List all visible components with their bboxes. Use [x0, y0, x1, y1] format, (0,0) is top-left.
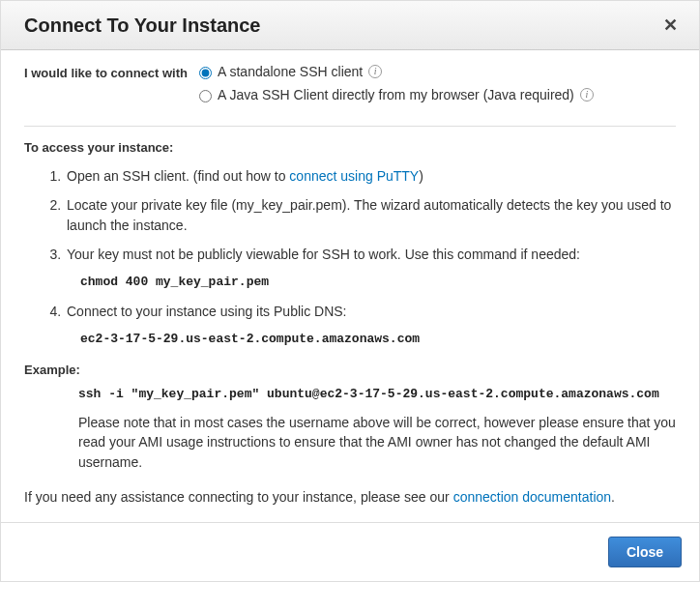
example-note: Please note that in most cases the usern… — [78, 413, 676, 472]
assistance-text-a: If you need any assistance connecting to… — [24, 489, 453, 505]
step-2: Locate your private key file (my_key_pai… — [65, 195, 676, 235]
step-3: Your key must not be publicly viewable f… — [65, 245, 676, 292]
assistance-text: If you need any assistance connecting to… — [24, 487, 676, 507]
step-1-text-a: Open an SSH client. (find out how to — [67, 168, 289, 184]
connect-dialog: Connect To Your Instance ✕ I would like … — [0, 0, 700, 582]
radio-java-ssh[interactable]: A Java SSH Client directly from my brows… — [194, 87, 676, 102]
radio-standalone-ssh-input[interactable] — [199, 67, 212, 79]
step-4-text: Connect to your instance using its Publi… — [67, 304, 346, 319]
chmod-code: chmod 400 my_key_pair.pem — [80, 274, 676, 292]
info-icon[interactable]: i — [368, 65, 382, 78]
connect-method-row: I would like to connect with A standalon… — [24, 64, 676, 122]
radio-standalone-ssh[interactable]: A standalone SSH client i — [194, 64, 676, 79]
example-heading: Example: — [24, 363, 676, 377]
close-icon[interactable]: ✕ — [659, 11, 682, 40]
assistance-text-b: . — [611, 489, 615, 505]
connect-method-options: A standalone SSH client i A Java SSH Cli… — [194, 64, 676, 110]
steps-list: Open an SSH client. (find out how to con… — [24, 166, 676, 349]
step-3-text: Your key must not be publicly viewable f… — [67, 247, 580, 262]
connect-method-label: I would like to connect with — [24, 64, 194, 80]
step-4: Connect to your instance using its Publi… — [65, 302, 676, 349]
example-block: ssh -i "my_key_pair.pem" ubuntu@ec2-3-17… — [78, 387, 676, 401]
divider — [24, 126, 676, 127]
ssh-example-code: ssh -i "my_key_pair.pem" ubuntu@ec2-3-17… — [78, 387, 676, 401]
dns-code: ec2-3-17-5-29.us-east-2.compute.amazonaw… — [80, 331, 676, 349]
dialog-title: Connect To Your Instance — [24, 15, 260, 37]
close-button[interactable]: Close — [608, 537, 682, 567]
access-heading: To access your instance: — [24, 140, 676, 155]
radio-java-ssh-input[interactable] — [199, 90, 212, 102]
step-1-text-b: ) — [419, 168, 423, 184]
dialog-header: Connect To Your Instance ✕ — [1, 1, 699, 50]
radio-java-ssh-label: A Java SSH Client directly from my brows… — [218, 87, 574, 102]
button-bar: Close — [1, 522, 699, 581]
putty-link[interactable]: connect using PuTTY — [289, 168, 419, 184]
step-1: Open an SSH client. (find out how to con… — [65, 166, 676, 186]
dialog-content: I would like to connect with A standalon… — [1, 50, 699, 507]
connection-docs-link[interactable]: connection documentation — [453, 489, 611, 505]
info-icon[interactable]: i — [580, 88, 594, 102]
radio-standalone-ssh-label: A standalone SSH client — [218, 64, 363, 79]
